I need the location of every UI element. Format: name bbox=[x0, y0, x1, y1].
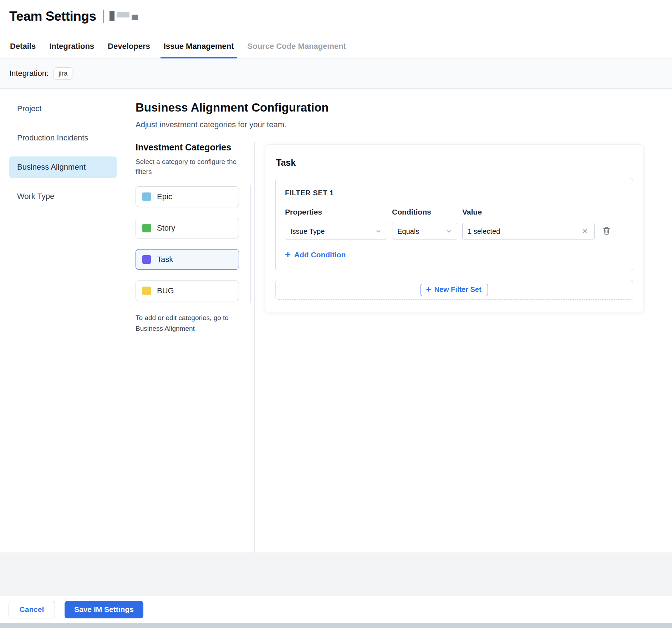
bug-color-swatch bbox=[142, 287, 151, 295]
sidebar-item-production-incidents[interactable]: Production Incidents bbox=[9, 127, 117, 149]
categories-heading: Investment Categories bbox=[136, 142, 254, 153]
filter-condition-row: Issue Type Equals bbox=[285, 223, 623, 240]
integration-label: Integration: bbox=[9, 69, 49, 78]
category-button-bug[interactable]: BUG bbox=[136, 280, 239, 301]
column-header-value: Value bbox=[462, 208, 595, 216]
filter-panel-area: Task FILTER SET 1 Properties Conditions … bbox=[255, 142, 672, 552]
clear-value-icon[interactable]: ✕ bbox=[580, 226, 589, 236]
cancel-button[interactable]: Cancel bbox=[9, 601, 55, 618]
investment-categories-panel: Investment Categories Select a category … bbox=[136, 142, 255, 552]
tab-details[interactable]: Details bbox=[10, 42, 36, 58]
condition-select[interactable]: Equals bbox=[392, 223, 457, 240]
task-card-title: Task bbox=[276, 158, 633, 168]
page-bottom-spacer bbox=[0, 552, 672, 596]
page-header: Team Settings bbox=[0, 0, 672, 33]
property-select-value: Issue Type bbox=[290, 227, 325, 236]
new-filter-set-dropzone: + New Filter Set bbox=[275, 280, 633, 300]
sidebar-item-business-alignment[interactable]: Business Alignment bbox=[9, 156, 117, 178]
filter-set-1: FILTER SET 1 Properties Conditions Value… bbox=[275, 178, 633, 271]
category-button-story[interactable]: Story bbox=[136, 218, 239, 238]
trash-icon bbox=[602, 226, 611, 237]
tab-integrations[interactable]: Integrations bbox=[49, 42, 94, 58]
title-divider bbox=[103, 10, 104, 23]
column-header-conditions: Conditions bbox=[392, 208, 457, 216]
sidebar-item-project[interactable]: Project bbox=[9, 98, 117, 119]
category-label: Task bbox=[157, 255, 173, 264]
team-settings-page: Team Settings Details Integrations Devel… bbox=[0, 0, 672, 628]
section-title: Business Alignment Configuration bbox=[136, 101, 672, 114]
settings-tab-bar: Details Integrations Developers Issue Ma… bbox=[0, 33, 672, 58]
redacted-block bbox=[110, 11, 114, 21]
tab-issue-management[interactable]: Issue Management bbox=[164, 42, 234, 58]
add-condition-button[interactable]: + Add Condition bbox=[285, 251, 346, 259]
value-multiselect[interactable]: 1 selected ✕ bbox=[462, 223, 595, 240]
tab-source-code-management[interactable]: Source Code Management bbox=[248, 42, 346, 58]
task-color-swatch bbox=[142, 255, 151, 264]
filter-set-label: FILTER SET 1 bbox=[285, 189, 623, 197]
integration-bar: Integration: jira bbox=[0, 58, 672, 88]
condition-select-value: Equals bbox=[397, 227, 419, 236]
epic-color-swatch bbox=[142, 192, 151, 201]
categories-footnote: To add or edit categories, go to Busines… bbox=[136, 313, 241, 334]
section-subtitle: Adjust investment categories for your te… bbox=[136, 120, 672, 129]
main-panel: Business Alignment Configuration Adjust … bbox=[126, 89, 672, 552]
column-header-properties: Properties bbox=[285, 208, 387, 216]
value-selected-text: 1 selected bbox=[468, 227, 500, 236]
category-button-task[interactable]: Task bbox=[136, 249, 239, 270]
action-footer: Cancel Save IM Settings bbox=[0, 596, 672, 623]
new-filter-set-button[interactable]: + New Filter Set bbox=[421, 284, 488, 296]
im-sidebar: Project Production Incidents Business Al… bbox=[0, 89, 126, 552]
redacted-block bbox=[132, 15, 138, 20]
chevron-down-icon bbox=[375, 228, 382, 235]
sidebar-item-work-type[interactable]: Work Type bbox=[9, 186, 117, 207]
redacted-block bbox=[117, 12, 129, 17]
plus-icon: + bbox=[426, 285, 431, 293]
page-title: Team Settings bbox=[9, 9, 96, 24]
task-filter-card: Task FILTER SET 1 Properties Conditions … bbox=[265, 144, 643, 312]
story-color-swatch bbox=[142, 224, 151, 232]
plus-icon: + bbox=[285, 251, 291, 259]
category-list-scrollbar[interactable] bbox=[250, 185, 251, 303]
config-row: Investment Categories Select a category … bbox=[136, 142, 672, 552]
category-button-epic[interactable]: Epic bbox=[136, 186, 239, 207]
category-list: Epic Story Task BUG bbox=[136, 186, 254, 301]
add-condition-label: Add Condition bbox=[294, 251, 346, 259]
category-label: Story bbox=[157, 223, 175, 233]
categories-helper-text: Select a category to configure the filte… bbox=[136, 157, 244, 176]
delete-condition-button[interactable] bbox=[600, 225, 613, 238]
bottom-edge-strip bbox=[0, 623, 672, 628]
category-label: BUG bbox=[157, 286, 174, 295]
category-label: Epic bbox=[157, 192, 172, 201]
save-im-settings-button[interactable]: Save IM Settings bbox=[65, 601, 143, 618]
chevron-down-icon bbox=[446, 228, 452, 235]
tab-developers[interactable]: Developers bbox=[108, 42, 150, 58]
content-area: Project Production Incidents Business Al… bbox=[0, 88, 672, 552]
redacted-team-name bbox=[110, 11, 138, 21]
integration-badge: jira bbox=[54, 67, 72, 79]
new-filter-set-label: New Filter Set bbox=[434, 285, 481, 294]
filter-column-headers: Properties Conditions Value bbox=[285, 208, 623, 216]
property-select[interactable]: Issue Type bbox=[285, 223, 387, 240]
